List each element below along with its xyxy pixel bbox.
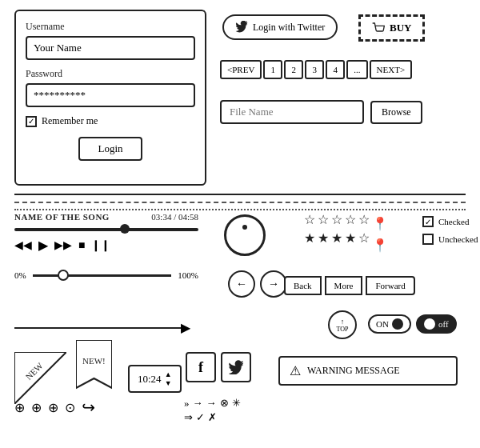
star-1-filled[interactable]: ★	[304, 230, 315, 246]
file-row: Browse	[220, 100, 422, 124]
username-input[interactable]	[26, 36, 195, 60]
curved-arrow: ↩	[82, 398, 95, 417]
time-down-arrow[interactable]: ▼	[165, 379, 172, 387]
progress-thumb[interactable]	[120, 224, 130, 234]
facebook-icon-button[interactable]: f	[186, 352, 216, 382]
arrow-line-container: ▶	[14, 320, 190, 335]
progress-bar[interactable]	[14, 228, 198, 231]
checked-label: Checked	[438, 217, 469, 226]
toggle-on-button[interactable]: ON	[368, 314, 411, 334]
time-value: 10:24	[138, 373, 162, 386]
stars-section: ☆ ☆ ☆ ☆ ☆ ★ ★ ★ ★ ☆	[304, 212, 370, 249]
star-5-empty[interactable]: ☆	[358, 212, 370, 227]
login-box: Username Password ✓ Remember me Login	[14, 10, 206, 186]
check-section: ✓ Checked Unchecked	[422, 216, 478, 251]
warning-icon: ⚠	[290, 363, 301, 378]
corner-badge-icon: NEW	[14, 352, 66, 404]
browse-button[interactable]: Browse	[370, 101, 422, 124]
pagination: <PREV 1 2 3 4 ... NEXT>	[220, 60, 412, 79]
asterisk-icon: ✳	[232, 397, 241, 410]
song-name: NAME of THE SONG	[14, 212, 110, 222]
unchecked-label: Unchecked	[438, 234, 478, 244]
buy-button[interactable]: BUY	[358, 14, 425, 42]
circle-symbols-row: ⊕ ⊕ ⊕ ⊙ ↩	[14, 398, 95, 417]
arrow-right-2: →	[206, 397, 217, 410]
knob-dial[interactable]	[224, 214, 266, 256]
arrow-right-1: →	[193, 397, 203, 410]
circle-plus-1[interactable]: ⊕	[14, 400, 25, 415]
pin-2: 📍	[372, 238, 388, 253]
forward-button[interactable]: Forward	[366, 276, 414, 295]
page-4-button[interactable]: 4	[326, 60, 345, 79]
filled-stars-row: ★ ★ ★ ★ ☆	[304, 230, 370, 246]
double-arrow-right-2: ⇒	[184, 411, 193, 424]
arrows-row-1: » → → ⊗ ✳	[184, 397, 241, 410]
remember-row: ✓ Remember me	[26, 115, 195, 127]
star-5-empty2[interactable]: ☆	[358, 230, 370, 246]
play-button[interactable]: ▶	[38, 238, 48, 253]
arrows-row-2: ⇒ ✓ ✗	[184, 411, 241, 424]
star-3-empty[interactable]: ☆	[331, 212, 342, 227]
star-2-filled[interactable]: ★	[318, 230, 329, 246]
page-ellipsis-button[interactable]: ...	[346, 60, 367, 79]
star-3-filled[interactable]: ★	[331, 230, 342, 246]
top-button[interactable]: ↑ TOP	[328, 310, 357, 339]
prev-button[interactable]: <PREV	[220, 60, 262, 79]
login-button[interactable]: Login	[78, 137, 142, 161]
nav-right-button[interactable]: →	[260, 270, 287, 298]
pin-icon-2: 📍	[372, 238, 388, 253]
nav-left-button[interactable]: ←	[228, 270, 255, 298]
unchecked-row: Unchecked	[422, 234, 478, 245]
file-input[interactable]	[220, 100, 364, 124]
divider-dotted	[14, 209, 466, 210]
volume-thumb[interactable]	[58, 270, 69, 281]
circle-plus-2[interactable]: ⊕	[31, 400, 42, 415]
toggle-on-label: ON	[376, 319, 389, 329]
social-icons: f	[186, 352, 251, 382]
star-4-filled[interactable]: ★	[345, 230, 356, 246]
x-mark: ✗	[208, 411, 217, 424]
facebook-icon: f	[198, 359, 203, 376]
divider-dashed	[14, 202, 466, 203]
volume-bar[interactable]	[33, 274, 172, 277]
circle-plus-3[interactable]: ⊕	[48, 400, 58, 415]
warning-label: WARNING MESSAGE	[307, 365, 400, 377]
toggle-off-button[interactable]: off	[416, 314, 457, 334]
twitter-icon	[235, 21, 248, 34]
time-arrows[interactable]: ▲ ▼	[165, 370, 172, 387]
stop-button[interactable]: ■	[78, 239, 85, 252]
checked-box[interactable]: ✓	[422, 216, 434, 227]
password-input[interactable]	[26, 83, 195, 107]
time-up-arrow[interactable]: ▲	[165, 370, 172, 378]
volume-min-label: 0%	[14, 270, 26, 280]
twitter-login-button[interactable]: Login with Twitter	[222, 14, 338, 40]
page-3-button[interactable]: 3	[305, 60, 324, 79]
page-1-button[interactable]: 1	[263, 60, 282, 79]
remember-checkbox[interactable]: ✓	[26, 116, 37, 127]
next-button[interactable]: NEXT>	[370, 60, 413, 79]
star-1-empty[interactable]: ☆	[304, 212, 315, 227]
arrow-line	[14, 327, 182, 329]
nav-label-buttons: Back More Forward	[284, 276, 415, 295]
toggle-off-circle	[424, 318, 435, 330]
fast-forward-button[interactable]: ▶▶	[54, 238, 72, 252]
unchecked-box[interactable]	[422, 234, 434, 245]
media-controls: ◀◀ ▶ ▶▶ ■ ❙❙	[14, 238, 198, 253]
pin-icon-1: 📍	[372, 216, 388, 231]
rewind-button[interactable]: ◀◀	[14, 238, 32, 252]
star-4-empty[interactable]: ☆	[345, 212, 356, 227]
pin-1: 📍	[372, 216, 388, 231]
page-2-button[interactable]: 2	[284, 60, 303, 79]
cart-icon	[372, 22, 385, 34]
password-label: Password	[26, 68, 195, 80]
more-button[interactable]: More	[325, 276, 363, 295]
star-2-empty[interactable]: ☆	[318, 212, 329, 227]
top-label: TOP	[337, 326, 349, 333]
time-display-box[interactable]: 10:24 ▲ ▼	[128, 365, 182, 393]
twitter-icon-button[interactable]	[221, 352, 251, 382]
back-button[interactable]: Back	[284, 276, 322, 295]
circle-left[interactable]: ⊙	[65, 400, 75, 415]
pause-button[interactable]: ❙❙	[91, 238, 110, 252]
circle-x-icon: ⊗	[220, 397, 229, 410]
toggle-on-circle	[392, 318, 403, 330]
